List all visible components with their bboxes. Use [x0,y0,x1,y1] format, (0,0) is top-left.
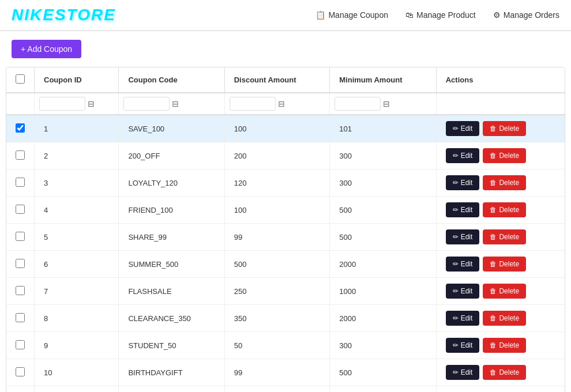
edit-button[interactable]: ✏ Edit [446,202,480,217]
delete-button[interactable]: 🗑 Delete [483,175,526,190]
row-checkbox[interactable] [16,123,25,133]
delete-label: Delete [499,206,519,214]
nav-manage-coupon[interactable]: 📋 Manage Coupon [315,10,388,20]
row-minimum: 500 [330,224,436,251]
edit-button[interactable]: ✏ Edit [446,148,480,163]
table-row: 1 SAVE_100 100 101 ✏ Edit 🗑 Delete [6,115,565,142]
row-minimum: 1000 [330,278,436,305]
row-discount: 500 [224,251,330,278]
delete-button[interactable]: 🗑 Delete [483,257,526,272]
edit-button[interactable]: ✏ Edit [446,365,480,380]
add-coupon-button[interactable]: + Add Coupon [12,40,81,58]
edit-label: Edit [461,260,473,268]
edit-icon: ✏ [453,368,459,376]
row-discount: 120 [224,169,330,197]
trash-icon: 🗑 [490,314,497,322]
delete-button[interactable]: 🗑 Delete [483,311,526,326]
select-all-header [6,67,35,93]
filter-code-input[interactable] [123,97,170,111]
row-checkbox[interactable] [16,178,25,187]
row-code: BIRTHDAYGIFT [119,359,224,386]
row-checkbox[interactable] [16,205,25,214]
delete-button[interactable]: 🗑 Delete [483,148,526,163]
filter-discount-button[interactable]: ⊟ [278,99,285,108]
row-id: 11 [35,386,119,393]
filter-actions-cell [436,93,565,115]
row-checkbox-cell [6,359,35,386]
row-checkbox[interactable] [16,150,25,160]
row-checkbox-cell [6,224,35,251]
delete-label: Delete [499,368,519,376]
edit-button[interactable]: ✏ Edit [446,311,480,326]
edit-button[interactable]: ✏ Edit [446,229,480,244]
nav-manage-orders-label: Manage Orders [504,10,559,20]
edit-icon: ✏ [453,152,459,160]
trash-icon: 🗑 [490,287,497,295]
row-checkbox[interactable] [16,259,25,268]
row-minimum: 101 [330,115,436,142]
row-actions: ✏ Edit 🗑 Delete [436,115,565,142]
edit-button[interactable]: ✏ Edit [446,175,480,190]
table-row: 6 SUMMER_500 500 2000 ✏ Edit 🗑 Delete [6,251,565,278]
row-actions: ✏ Edit 🗑 Delete [436,251,565,278]
column-actions: Actions [436,67,565,93]
nav-manage-product[interactable]: 🛍 Manage Product [405,10,476,20]
coupon-icon: 📋 [315,10,325,20]
filter-discount-input[interactable] [230,97,276,111]
edit-label: Edit [461,287,473,295]
row-checkbox[interactable] [16,340,25,349]
table-row: 2 200_OFF 200 300 ✏ Edit 🗑 Delete [6,142,565,169]
row-checkbox[interactable] [16,367,25,376]
filter-code-button[interactable]: ⊟ [172,99,179,108]
edit-label: Edit [461,314,473,322]
logo: NIKESTORE [12,6,116,24]
row-discount: 99 [224,224,330,251]
edit-label: Edit [461,152,473,160]
nav-manage-product-label: Manage Product [416,10,476,20]
table-row: 5 SHARE_99 99 500 ✏ Edit 🗑 Delete [6,224,565,251]
edit-button[interactable]: ✏ Edit [446,284,480,299]
row-checkbox[interactable] [16,313,25,322]
delete-button[interactable]: 🗑 Delete [483,202,526,217]
row-code: FRIEND_100 [119,197,224,224]
delete-button[interactable]: 🗑 Delete [483,121,526,136]
column-minimum-amount: Minimum Amount [330,67,436,93]
filter-id-input[interactable] [39,97,85,111]
row-minimum: 300 [330,142,436,169]
filter-row: ⊟ ⊟ ⊟ [6,93,565,115]
edit-button[interactable]: ✏ Edit [446,257,480,272]
row-actions: ✏ Edit 🗑 Delete [436,142,565,169]
select-all-checkbox[interactable] [16,74,25,84]
delete-button[interactable]: 🗑 Delete [483,284,526,299]
filter-id-cell: ⊟ [35,93,119,115]
filter-minimum-input[interactable] [335,97,381,111]
delete-label: Delete [499,125,519,133]
edit-label: Edit [461,125,473,133]
edit-icon: ✏ [453,125,459,133]
delete-button[interactable]: 🗑 Delete [483,229,526,244]
filter-minimum-button[interactable]: ⊟ [383,99,390,108]
row-id: 4 [35,197,119,224]
edit-button[interactable]: ✏ Edit [446,338,480,353]
filter-id-button[interactable]: ⊟ [88,99,95,108]
edit-icon: ✏ [453,179,459,187]
nav-manage-orders[interactable]: ⚙ Manage Orders [493,10,559,20]
delete-button[interactable]: 🗑 Delete [483,365,526,380]
row-minimum: 2000 [330,305,436,332]
row-checkbox[interactable] [16,286,25,295]
row-discount: 100 [224,115,330,142]
row-code: 200_OFF [119,142,224,169]
delete-label: Delete [499,152,519,160]
delete-button[interactable]: 🗑 Delete [483,338,526,353]
row-actions: ✏ Edit 🗑 Delete [436,359,565,386]
row-checkbox[interactable] [16,232,25,241]
edit-button[interactable]: ✏ Edit [446,121,480,136]
row-checkbox-cell [6,332,35,359]
delete-label: Delete [499,179,519,187]
table-header-row: Coupon ID Coupon Code Discount Amount Mi… [6,67,565,93]
trash-icon: 🗑 [490,179,497,187]
row-actions: ✏ Edit 🗑 Delete [436,305,565,332]
edit-label: Edit [461,179,473,187]
edit-label: Edit [461,206,473,214]
table-row: 3 LOYALTY_120 120 300 ✏ Edit 🗑 Delete [6,169,565,197]
